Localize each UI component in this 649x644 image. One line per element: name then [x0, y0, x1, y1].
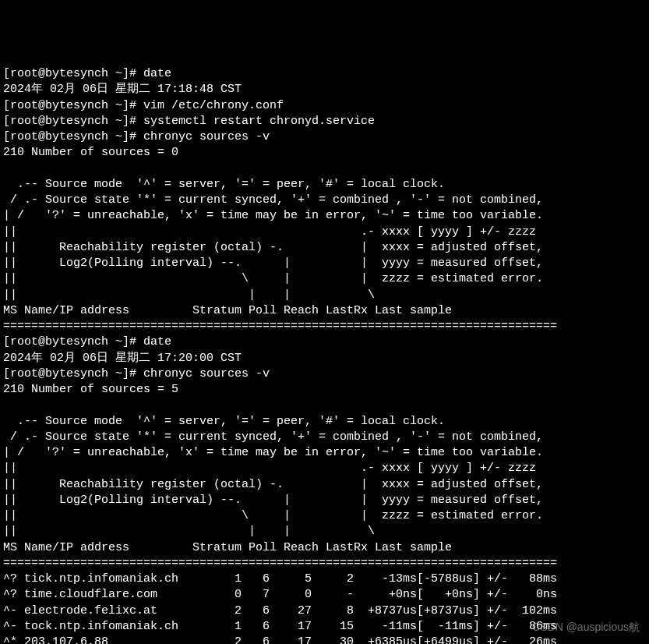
legend-line: || | | \ [3, 288, 375, 302]
table-row: ^* 203.107.6.88 2 6 17 30 +6385us[+6499u… [3, 635, 557, 644]
command-chronyc: chronyc sources -v [143, 130, 270, 143]
watermark: CSDN @auspicious航 [532, 620, 640, 635]
date-output: 2024年 02月 06日 星期二 17:18:48 CST [3, 83, 242, 96]
legend-line: | / '?' = unreachable, 'x' = time may be… [3, 209, 543, 222]
terminal-output: [root@bytesynch ~]# date 2024年 02月 06日 星… [3, 66, 646, 644]
prompt-line: [root@bytesynch ~]# systemctl restart ch… [3, 115, 375, 128]
prompt-line: [root@bytesynch ~]# chronyc sources -v [3, 367, 270, 380]
prompt-line: [root@bytesynch ~]# date [3, 335, 171, 349]
command-systemctl: systemctl restart chronyd.service [143, 115, 375, 128]
shell-prompt[interactable]: [root@bytesynch ~]# [3, 67, 143, 80]
table-row: ^- tock.ntp.infomaniak.ch 1 6 17 15 -11m… [3, 620, 557, 633]
legend-line: / .- Source state '*' = current synced, … [3, 193, 543, 207]
prompt-line: [root@bytesynch ~]# vim /etc/chrony.conf [3, 99, 284, 112]
command-chronyc: chronyc sources -v [143, 367, 270, 380]
legend-line: || Reachability register (octal) -. | xx… [3, 241, 543, 254]
shell-prompt[interactable]: [root@bytesynch ~]# [3, 335, 143, 349]
legend-line: || \ | | zzzz = estimated error. [3, 509, 543, 522]
legend-line: .-- Source mode '^' = server, '=' = peer… [3, 415, 445, 428]
sources-count: 210 Number of sources = 0 [3, 146, 178, 159]
legend-line: || .- xxxx [ yyyy ] +/- zzzz [3, 225, 536, 239]
command-date: date [143, 335, 171, 349]
legend-line: | / '?' = unreachable, 'x' = time may be… [3, 446, 543, 459]
legend-line: || Reachability register (octal) -. | xx… [3, 478, 543, 491]
shell-prompt[interactable]: [root@bytesynch ~]# [3, 130, 143, 143]
legend-line: || \ | | zzzz = estimated error. [3, 272, 543, 285]
date-output: 2024年 02月 06日 星期二 17:20:00 CST [3, 352, 242, 365]
table-row: ^? tick.ntp.infomaniak.ch 1 6 5 2 -13ms[… [3, 572, 557, 586]
sources-count: 210 Number of sources = 5 [3, 383, 178, 396]
command-vim: vim /etc/chrony.conf [143, 99, 284, 112]
legend-line: .-- Source mode '^' = server, '=' = peer… [3, 178, 445, 191]
legend-line: || .- xxxx [ yyyy ] +/- zzzz [3, 462, 536, 475]
table-header: MS Name/IP address Stratum Poll Reach La… [3, 304, 452, 317]
separator-line: ========================================… [3, 320, 557, 333]
table-row: ^? time.cloudflare.com 0 7 0 - +0ns[ +0n… [3, 588, 557, 601]
prompt-line: [root@bytesynch ~]# date [3, 67, 171, 80]
shell-prompt[interactable]: [root@bytesynch ~]# [3, 115, 143, 128]
prompt-line: [root@bytesynch ~]# chronyc sources -v [3, 130, 270, 143]
command-date: date [143, 67, 171, 80]
shell-prompt[interactable]: [root@bytesynch ~]# [3, 367, 143, 380]
table-row: ^- electrode.felixc.at 2 6 27 8 +8737us[… [3, 604, 557, 617]
table-header: MS Name/IP address Stratum Poll Reach La… [3, 541, 452, 554]
legend-line: || | | \ [3, 525, 375, 538]
legend-line: || Log2(Polling interval) --. | | yyyy =… [3, 494, 543, 507]
legend-line: || Log2(Polling interval) --. | | yyyy =… [3, 257, 543, 270]
legend-line: / .- Source state '*' = current synced, … [3, 430, 543, 444]
shell-prompt[interactable]: [root@bytesynch ~]# [3, 99, 143, 112]
separator-line: ========================================… [3, 557, 557, 570]
